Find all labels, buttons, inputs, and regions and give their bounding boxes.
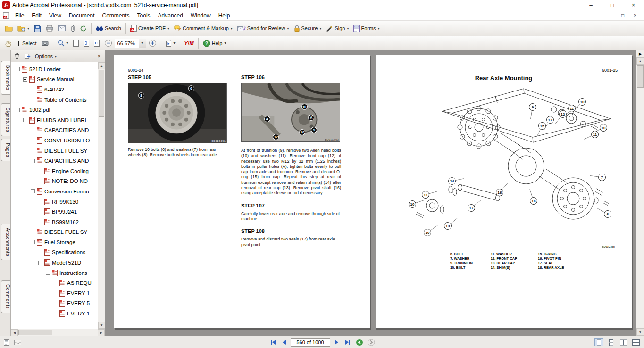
single-page-view-button[interactable] [594, 338, 603, 346]
collapse-toggle-icon[interactable] [23, 77, 27, 82]
bookmark-item[interactable]: BS99M162 [11, 217, 98, 227]
menu-tools[interactable]: Tools [134, 11, 154, 20]
bookmark-item[interactable]: EVERY 5 [11, 298, 98, 309]
bookmark-item[interactable]: RH99K130 [11, 197, 98, 207]
bookmark-item[interactable]: Table of Contents [11, 95, 98, 105]
help-button[interactable]: ? Help ▾ [201, 38, 229, 49]
bookmark-item[interactable]: Fuel Storage [11, 237, 98, 248]
previous-view-button[interactable] [356, 338, 364, 346]
page-display-button[interactable]: ▾ [163, 38, 178, 49]
hand-tool-button[interactable] [2, 38, 14, 49]
close-button[interactable]: × [623, 0, 644, 10]
bookmark-item[interactable]: Model 521D [11, 257, 98, 268]
collapse-toggle-icon[interactable] [31, 189, 35, 193]
bookmark-item[interactable]: DIESEL FUEL SY [11, 227, 98, 238]
continuous-view-button[interactable] [607, 338, 616, 346]
collapse-toggle-icon[interactable] [31, 159, 35, 163]
menu-view[interactable]: View [45, 11, 65, 20]
pane-toggle-icon[interactable]: ▶ [636, 50, 644, 57]
zoom-level-combo[interactable]: 66.67% [115, 39, 139, 48]
organizer-button[interactable]: ▾ [15, 23, 32, 33]
zoom-out-button[interactable] [102, 37, 115, 49]
document-status-icon[interactable] [4, 339, 9, 346]
select-tool-button[interactable]: Select [14, 38, 39, 49]
delete-bookmark-icon[interactable] [13, 53, 20, 60]
bookmark-item[interactable]: Specifications [11, 248, 98, 258]
bookmark-item[interactable]: EVERY 1 [11, 288, 98, 298]
scroll-up-arrow[interactable]: ▲ [98, 62, 105, 69]
page-number-input[interactable] [291, 338, 330, 347]
tab-signatures[interactable]: Signatures [1, 103, 10, 136]
scrollbar-thumb[interactable] [18, 330, 52, 335]
collapse-toggle-icon[interactable] [38, 261, 42, 265]
document-area[interactable]: 6001-24 STEP 105 BD01G091 86 [105, 50, 644, 336]
yim-button[interactable]: Y!M [182, 39, 196, 48]
menu-document[interactable]: Document [65, 11, 99, 20]
bookmarks-horizontal-scrollbar[interactable]: ◀ ▶ [11, 329, 105, 336]
bookmark-item[interactable]: 1002.pdf [11, 105, 98, 115]
bookmark-item[interactable]: Engine Cooling [11, 166, 98, 176]
previous-page-button[interactable] [280, 338, 288, 347]
bookmark-item[interactable]: EVERY 1 [11, 308, 98, 319]
review-tracker-button[interactable] [77, 23, 89, 34]
tab-comments[interactable]: Comments [1, 280, 10, 313]
bookmark-item[interactable]: CONVERSION FO [11, 135, 98, 146]
menu-advanced[interactable]: Advanced [154, 11, 187, 20]
menu-comments[interactable]: Comments [99, 11, 134, 20]
scrollbar-thumb[interactable] [99, 70, 104, 117]
collapse-toggle-icon[interactable] [23, 118, 27, 122]
collapse-toggle-icon[interactable] [16, 108, 20, 112]
scroll-down-arrow[interactable]: ▼ [636, 328, 644, 336]
open-button[interactable] [2, 23, 15, 33]
tab-attachments[interactable]: Attachments [1, 224, 10, 260]
facing-continuous-view-button[interactable] [631, 338, 640, 346]
fit-page-button[interactable] [81, 38, 92, 49]
scroll-up-arrow[interactable]: ▲ [636, 57, 644, 65]
facing-view-button[interactable] [619, 338, 628, 346]
doc-restore-button[interactable]: □ [617, 13, 629, 18]
zoom-tool-button[interactable]: ▾ [55, 38, 71, 49]
document-vertical-scrollbar[interactable]: ▶ ▲ ▼ [636, 50, 644, 336]
expand-current-bookmark-icon[interactable] [24, 53, 31, 60]
doc-minimize-button[interactable]: – [604, 13, 617, 18]
minimize-button[interactable]: – [580, 0, 602, 10]
zoom-in-button[interactable] [146, 37, 159, 49]
bookmark-item[interactable]: Instructions [11, 268, 98, 278]
maximize-button[interactable]: □ [602, 0, 623, 10]
zoom-combo-arrow-icon[interactable]: ▾ [139, 39, 146, 48]
secure-button[interactable]: Secure ▾ [292, 23, 324, 34]
scroll-left-arrow[interactable]: ◀ [11, 329, 18, 336]
bookmark-item[interactable]: CAPACITIES AND [11, 156, 98, 166]
scrollbar-thumb[interactable] [637, 65, 644, 88]
scroll-down-arrow[interactable]: ▼ [98, 322, 105, 329]
bookmark-item[interactable]: DIESEL FUEL SY [11, 146, 98, 156]
search-button[interactable]: Search [93, 24, 124, 33]
bookmarks-options-button[interactable]: Options ▾ [35, 53, 57, 59]
sign-button[interactable]: Sign ▾ [324, 23, 351, 34]
collapse-toggle-icon[interactable] [31, 240, 35, 244]
tab-pages[interactable]: Pages [1, 139, 10, 161]
bookmark-item[interactable]: 6-40742 [11, 84, 98, 95]
bookmark-item[interactable]: CAPACITIES AND [11, 125, 98, 136]
menu-edit[interactable]: Edit [28, 11, 45, 20]
email-button[interactable] [56, 24, 68, 33]
collapse-toggle-icon[interactable] [16, 67, 20, 71]
send-for-review-button[interactable]: Send for Review ▾ [235, 24, 292, 33]
save-button[interactable] [32, 23, 43, 34]
actual-size-button[interactable] [71, 38, 81, 49]
forms-button[interactable]: Forms ▾ [351, 23, 382, 34]
next-page-button[interactable] [333, 338, 341, 347]
bookmark-item[interactable]: FLUIDS AND LUBRI [11, 115, 98, 125]
bookmark-item[interactable]: BP99J241 [11, 207, 98, 217]
print-button[interactable] [43, 23, 56, 33]
first-page-button[interactable] [269, 338, 277, 347]
comment-markup-button[interactable]: Comment & Markup ▾ [172, 24, 235, 33]
create-pdf-button[interactable]: Create PDF ▾ [128, 23, 172, 33]
scroll-right-arrow[interactable]: ▶ [98, 329, 105, 336]
last-page-button[interactable] [343, 338, 352, 347]
close-panel-icon[interactable]: × [96, 53, 102, 59]
menu-file[interactable]: File [11, 11, 28, 20]
bookmarks-vertical-scrollbar[interactable]: ▲ ▼ [98, 62, 105, 329]
bookmark-item[interactable]: Service Manual [11, 75, 98, 85]
bookmark-item[interactable]: Conversion Formu [11, 186, 98, 197]
